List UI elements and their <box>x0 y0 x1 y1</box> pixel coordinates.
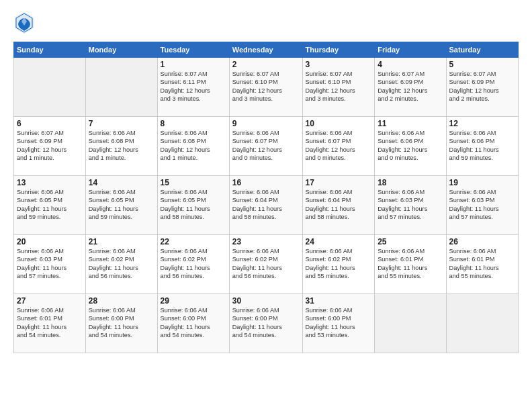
header <box>13 11 519 35</box>
weekday-header-sunday: Sunday <box>14 42 86 58</box>
day-info: Sunrise: 6:06 AM Sunset: 6:01 PM Dayligh… <box>378 247 443 281</box>
weekday-header-row: SundayMondayTuesdayWednesdayThursdayFrid… <box>14 42 519 58</box>
day-info: Sunrise: 6:06 AM Sunset: 6:06 PM Dayligh… <box>449 129 516 163</box>
day-number: 28 <box>89 296 154 306</box>
calendar-cell: 19Sunrise: 6:06 AM Sunset: 6:03 PM Dayli… <box>446 176 519 235</box>
day-info: Sunrise: 6:06 AM Sunset: 6:07 PM Dayligh… <box>232 129 300 163</box>
day-info: Sunrise: 6:06 AM Sunset: 6:00 PM Dayligh… <box>161 306 226 340</box>
calendar-cell: 10Sunrise: 6:06 AM Sunset: 6:07 PM Dayli… <box>302 117 375 176</box>
weekday-header-tuesday: Tuesday <box>157 42 229 58</box>
calendar-cell <box>446 294 519 353</box>
day-number: 21 <box>89 237 154 246</box>
day-number: 16 <box>232 178 300 187</box>
day-number: 10 <box>306 119 372 128</box>
calendar-cell: 18Sunrise: 6:06 AM Sunset: 6:03 PM Dayli… <box>375 176 446 235</box>
day-info: Sunrise: 6:06 AM Sunset: 6:03 PM Dayligh… <box>378 188 443 222</box>
day-number: 22 <box>161 237 226 246</box>
day-number: 12 <box>449 119 516 128</box>
calendar-cell: 3Sunrise: 6:07 AM Sunset: 6:10 PM Daylig… <box>302 58 375 117</box>
calendar-cell: 5Sunrise: 6:07 AM Sunset: 6:09 PM Daylig… <box>446 58 519 117</box>
day-info: Sunrise: 6:07 AM Sunset: 6:10 PM Dayligh… <box>306 70 372 103</box>
day-info: Sunrise: 6:06 AM Sunset: 6:02 PM Dayligh… <box>89 247 154 281</box>
calendar-header: SundayMondayTuesdayWednesdayThursdayFrid… <box>14 42 519 58</box>
day-info: Sunrise: 6:06 AM Sunset: 6:03 PM Dayligh… <box>449 188 516 222</box>
calendar-week-row: 1Sunrise: 6:07 AM Sunset: 6:11 PM Daylig… <box>14 58 519 117</box>
weekday-header-saturday: Saturday <box>446 42 519 58</box>
day-info: Sunrise: 6:06 AM Sunset: 6:00 PM Dayligh… <box>306 306 372 340</box>
calendar-cell <box>85 58 157 117</box>
calendar-cell: 29Sunrise: 6:06 AM Sunset: 6:00 PM Dayli… <box>157 294 229 353</box>
calendar-cell: 6Sunrise: 6:07 AM Sunset: 6:09 PM Daylig… <box>14 117 86 176</box>
logo-icon <box>13 11 35 35</box>
logo <box>13 11 36 35</box>
day-number: 15 <box>161 178 226 187</box>
calendar-cell: 22Sunrise: 6:06 AM Sunset: 6:02 PM Dayli… <box>157 235 229 294</box>
calendar-cell: 31Sunrise: 6:06 AM Sunset: 6:00 PM Dayli… <box>302 294 375 353</box>
day-number: 20 <box>17 237 83 246</box>
calendar-cell: 9Sunrise: 6:06 AM Sunset: 6:07 PM Daylig… <box>229 117 302 176</box>
day-info: Sunrise: 6:07 AM Sunset: 6:09 PM Dayligh… <box>17 129 83 163</box>
day-info: Sunrise: 6:06 AM Sunset: 6:01 PM Dayligh… <box>449 247 516 281</box>
calendar-week-row: 6Sunrise: 6:07 AM Sunset: 6:09 PM Daylig… <box>14 117 519 176</box>
calendar-table: SundayMondayTuesdayWednesdayThursdayFrid… <box>13 42 519 353</box>
calendar-week-row: 13Sunrise: 6:06 AM Sunset: 6:05 PM Dayli… <box>14 176 519 235</box>
day-info: Sunrise: 6:06 AM Sunset: 6:07 PM Dayligh… <box>306 129 372 163</box>
day-number: 29 <box>161 296 226 306</box>
weekday-header-monday: Monday <box>85 42 157 58</box>
day-info: Sunrise: 6:06 AM Sunset: 6:02 PM Dayligh… <box>161 247 226 281</box>
weekday-header-wednesday: Wednesday <box>229 42 302 58</box>
day-number: 17 <box>306 178 372 187</box>
day-info: Sunrise: 6:06 AM Sunset: 6:03 PM Dayligh… <box>17 247 83 281</box>
calendar-cell: 4Sunrise: 6:07 AM Sunset: 6:09 PM Daylig… <box>375 58 446 117</box>
day-info: Sunrise: 6:06 AM Sunset: 6:00 PM Dayligh… <box>89 306 154 340</box>
calendar-body: 1Sunrise: 6:07 AM Sunset: 6:11 PM Daylig… <box>14 58 519 353</box>
calendar-cell: 26Sunrise: 6:06 AM Sunset: 6:01 PM Dayli… <box>446 235 519 294</box>
day-number: 26 <box>449 237 516 246</box>
calendar-cell: 12Sunrise: 6:06 AM Sunset: 6:06 PM Dayli… <box>446 117 519 176</box>
day-number: 1 <box>161 60 226 69</box>
day-info: Sunrise: 6:07 AM Sunset: 6:09 PM Dayligh… <box>378 70 443 103</box>
day-number: 13 <box>17 178 83 187</box>
day-number: 23 <box>232 237 300 246</box>
day-info: Sunrise: 6:06 AM Sunset: 6:02 PM Dayligh… <box>232 247 300 281</box>
calendar-cell: 24Sunrise: 6:06 AM Sunset: 6:02 PM Dayli… <box>302 235 375 294</box>
day-info: Sunrise: 6:06 AM Sunset: 6:05 PM Dayligh… <box>89 188 154 222</box>
day-number: 30 <box>232 296 300 306</box>
calendar-cell: 1Sunrise: 6:07 AM Sunset: 6:11 PM Daylig… <box>157 58 229 117</box>
day-info: Sunrise: 6:06 AM Sunset: 6:02 PM Dayligh… <box>306 247 372 281</box>
calendar-cell: 20Sunrise: 6:06 AM Sunset: 6:03 PM Dayli… <box>14 235 86 294</box>
calendar-cell: 14Sunrise: 6:06 AM Sunset: 6:05 PM Dayli… <box>85 176 157 235</box>
day-info: Sunrise: 6:07 AM Sunset: 6:09 PM Dayligh… <box>449 70 516 103</box>
page: SundayMondayTuesdayWednesdayThursdayFrid… <box>0 0 532 361</box>
day-info: Sunrise: 6:06 AM Sunset: 6:00 PM Dayligh… <box>232 306 300 340</box>
day-number: 4 <box>378 60 443 69</box>
calendar-cell: 17Sunrise: 6:06 AM Sunset: 6:04 PM Dayli… <box>302 176 375 235</box>
day-number: 6 <box>17 119 83 128</box>
day-number: 24 <box>306 237 372 246</box>
weekday-header-thursday: Thursday <box>302 42 375 58</box>
calendar-cell: 15Sunrise: 6:06 AM Sunset: 6:05 PM Dayli… <box>157 176 229 235</box>
day-number: 27 <box>17 296 83 306</box>
day-number: 7 <box>89 119 154 128</box>
day-number: 5 <box>449 60 516 69</box>
calendar-cell: 2Sunrise: 6:07 AM Sunset: 6:10 PM Daylig… <box>229 58 302 117</box>
calendar-cell: 7Sunrise: 6:06 AM Sunset: 6:08 PM Daylig… <box>85 117 157 176</box>
calendar-cell: 8Sunrise: 6:06 AM Sunset: 6:08 PM Daylig… <box>157 117 229 176</box>
calendar-cell: 25Sunrise: 6:06 AM Sunset: 6:01 PM Dayli… <box>375 235 446 294</box>
day-number: 8 <box>161 119 226 128</box>
calendar-cell: 13Sunrise: 6:06 AM Sunset: 6:05 PM Dayli… <box>14 176 86 235</box>
day-info: Sunrise: 6:07 AM Sunset: 6:11 PM Dayligh… <box>161 70 226 103</box>
calendar-cell: 30Sunrise: 6:06 AM Sunset: 6:00 PM Dayli… <box>229 294 302 353</box>
day-number: 14 <box>89 178 154 187</box>
day-number: 3 <box>306 60 372 69</box>
day-info: Sunrise: 6:06 AM Sunset: 6:04 PM Dayligh… <box>232 188 300 222</box>
calendar-cell <box>14 58 86 117</box>
calendar-cell: 28Sunrise: 6:06 AM Sunset: 6:00 PM Dayli… <box>85 294 157 353</box>
day-number: 25 <box>378 237 443 246</box>
day-number: 2 <box>232 60 300 69</box>
day-number: 31 <box>306 296 372 306</box>
calendar-cell <box>375 294 446 353</box>
day-info: Sunrise: 6:06 AM Sunset: 6:04 PM Dayligh… <box>306 188 372 222</box>
day-info: Sunrise: 6:06 AM Sunset: 6:08 PM Dayligh… <box>161 129 226 163</box>
calendar-cell: 27Sunrise: 6:06 AM Sunset: 6:01 PM Dayli… <box>14 294 86 353</box>
